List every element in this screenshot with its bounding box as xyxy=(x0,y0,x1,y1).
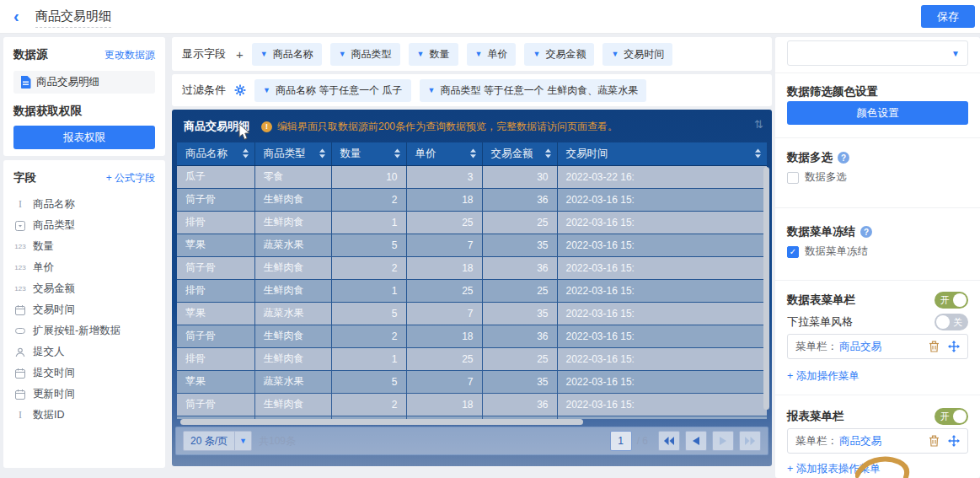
change-datasource-link[interactable]: 更改数据源 xyxy=(104,48,155,62)
display-field-chip[interactable]: ▼交易金额 xyxy=(524,43,594,66)
table-cell: 蔬菜水果 xyxy=(254,302,331,325)
checkbox-checked-icon[interactable]: ✓ xyxy=(787,246,799,258)
trash-icon[interactable] xyxy=(929,435,940,447)
field-item[interactable]: 更新时间 xyxy=(13,384,155,405)
settings-top-select[interactable]: ▼ xyxy=(787,40,968,66)
sort-arrows-icon[interactable] xyxy=(319,148,326,158)
chevron-down-icon: ▼ xyxy=(260,51,268,58)
dropdown-style-label: 下拉菜单风格 xyxy=(787,314,853,330)
field-item[interactable]: 提交人 xyxy=(13,341,155,363)
multi-select-checkbox-row[interactable]: 数据多选 xyxy=(787,170,968,185)
table-menu-toggle-on[interactable]: 开 xyxy=(934,292,968,309)
trash-icon[interactable] xyxy=(929,341,940,352)
table-cell: 生鲜肉食 xyxy=(254,211,331,234)
filter-condition-chip[interactable]: ▼商品名称 等于任意一个 瓜子 xyxy=(254,79,411,102)
move-icon[interactable] xyxy=(948,435,960,447)
sort-arrows-icon[interactable] xyxy=(754,148,762,158)
table-cell: 7 xyxy=(406,370,482,393)
sort-arrows-icon[interactable] xyxy=(242,148,249,158)
column-header[interactable]: 商品名称 xyxy=(177,142,254,165)
display-field-chip[interactable]: ▼商品类型 xyxy=(330,43,400,66)
column-header[interactable]: 交易金额 xyxy=(482,142,557,165)
first-page-button[interactable] xyxy=(658,431,680,451)
fields-card: 字段 + 公式字段 I商品名称商品类型123数量123单价123交易金额交易时间… xyxy=(3,160,165,468)
table-cell: 5 xyxy=(331,302,406,325)
freeze-title: 数据菜单冻结 ? xyxy=(787,224,968,239)
gear-icon[interactable] xyxy=(234,84,246,96)
field-item[interactable]: 扩展按钮-新增数据 xyxy=(13,320,155,341)
table-row: 筒子骨生鲜肉食218362022-03-16 15: xyxy=(177,393,767,416)
add-action-menu-link[interactable]: + 添加操作菜单 xyxy=(787,369,968,384)
last-page-button[interactable] xyxy=(739,431,761,451)
help-icon[interactable]: ? xyxy=(838,152,849,164)
orange-swoosh-decoration xyxy=(855,454,914,478)
field-item[interactable]: I数据ID xyxy=(13,405,155,426)
display-field-chip[interactable]: ▼数量 xyxy=(409,43,458,66)
add-display-field-icon[interactable]: + xyxy=(236,47,244,62)
report-menu-row: 报表菜单栏 开 xyxy=(787,408,968,425)
move-icon[interactable] xyxy=(948,341,960,352)
preview-title: 商品交易明细 xyxy=(184,119,249,134)
report-menu-item-box[interactable]: 菜单栏：商品交易 xyxy=(787,428,968,454)
page-size-select[interactable]: 20 条/页 ▼ xyxy=(183,431,252,451)
dropdown-style-toggle-off[interactable]: 关 xyxy=(934,314,968,330)
datasource-card: 数据源 更改数据源 商品交易明细 数据获取权限 报表权限 xyxy=(3,37,165,156)
sort-arrows-icon[interactable] xyxy=(544,148,552,158)
datasource-item[interactable]: 商品交易明细 xyxy=(13,71,155,94)
current-page-input[interactable]: 1 xyxy=(610,431,632,451)
sort-arrows-icon[interactable] xyxy=(469,148,477,158)
pagination-bar: 20 条/页 ▼ 共109条 1 / 6 xyxy=(175,427,768,455)
table-cell: 7 xyxy=(406,234,482,256)
column-header[interactable]: 单价 xyxy=(406,142,482,165)
calendar-icon xyxy=(13,368,27,379)
report-permission-button[interactable]: 报表权限 xyxy=(13,126,155,149)
table-cell: 筒子骨 xyxy=(177,393,254,416)
table-menu-item-box[interactable]: 菜单栏：商品交易 xyxy=(787,334,968,359)
sort-arrows-icon[interactable] xyxy=(394,148,401,158)
back-chevron-icon[interactable]: ‹ xyxy=(13,6,19,26)
table-cell: 2022-03-16 15: xyxy=(557,256,767,279)
field-item[interactable]: 商品类型 xyxy=(13,215,155,236)
menu-item-value: 商品交易 xyxy=(839,434,881,448)
add-formula-field-link[interactable]: + 公式字段 xyxy=(106,171,155,185)
display-field-chip[interactable]: ▼交易时间 xyxy=(602,43,672,66)
display-field-chips: ▼商品名称▼商品类型▼数量▼单价▼交易金额▼交易时间 xyxy=(252,43,673,66)
table-cell: 18 xyxy=(406,256,482,279)
help-icon[interactable]: ? xyxy=(860,226,872,238)
horizontal-scrollbar[interactable] xyxy=(180,419,583,425)
table-cell: 25 xyxy=(482,279,557,302)
table-row: 筒子骨生鲜肉食218362022-03-16 15: xyxy=(177,256,767,279)
column-header[interactable]: 数量 xyxy=(331,142,406,165)
display-field-chip[interactable]: ▼商品名称 xyxy=(252,43,322,66)
checkbox-unchecked-icon[interactable] xyxy=(787,172,799,184)
chevron-down-icon: ▼ xyxy=(263,87,270,94)
prev-page-button[interactable] xyxy=(685,431,707,451)
table-cell: 1 xyxy=(331,279,406,302)
display-field-chip[interactable]: ▼单价 xyxy=(467,43,517,66)
sort-indicator-icon: ⇅ xyxy=(754,118,763,131)
page-size-value: 20 条/页 xyxy=(184,432,234,450)
table-cell: 7 xyxy=(406,302,482,325)
color-settings-button[interactable]: 颜色设置 xyxy=(787,101,968,125)
field-item[interactable]: 123交易金额 xyxy=(13,278,155,299)
field-item[interactable]: I商品名称 xyxy=(13,194,155,215)
preview-warning: ! 编辑界面只取数据源前200条作为查询数据预览，完整数据请访问页面查看。 xyxy=(261,120,618,134)
field-item[interactable]: 123单价 xyxy=(13,257,155,278)
next-page-button[interactable] xyxy=(712,431,734,451)
chevron-down-icon: ▼ xyxy=(944,49,967,58)
preview-warning-text: 编辑界面只取数据源前200条作为查询数据预览，完整数据请访问页面查看。 xyxy=(277,120,618,134)
field-item[interactable]: 提交时间 xyxy=(13,363,155,384)
filter-condition-chip[interactable]: ▼商品类型 等于任意一个 生鲜肉食、蔬菜水果 xyxy=(420,79,647,102)
report-menu-toggle-on[interactable]: 开 xyxy=(934,408,968,425)
save-button[interactable]: 保存 xyxy=(921,5,975,28)
field-item[interactable]: 123数量 xyxy=(13,236,155,257)
table-cell: 18 xyxy=(406,188,482,211)
field-item[interactable]: 交易时间 xyxy=(13,299,155,320)
vertical-scrollbar[interactable] xyxy=(763,167,769,410)
table-cell: 筒子骨 xyxy=(177,188,254,211)
freeze-checkbox-row[interactable]: ✓ 数据菜单冻结 xyxy=(787,244,968,259)
column-header[interactable]: 商品类型 xyxy=(254,142,331,165)
table-cell: 2 xyxy=(331,325,406,347)
table-cell: 36 xyxy=(482,393,557,416)
column-header[interactable]: 交易时间 xyxy=(557,142,767,165)
